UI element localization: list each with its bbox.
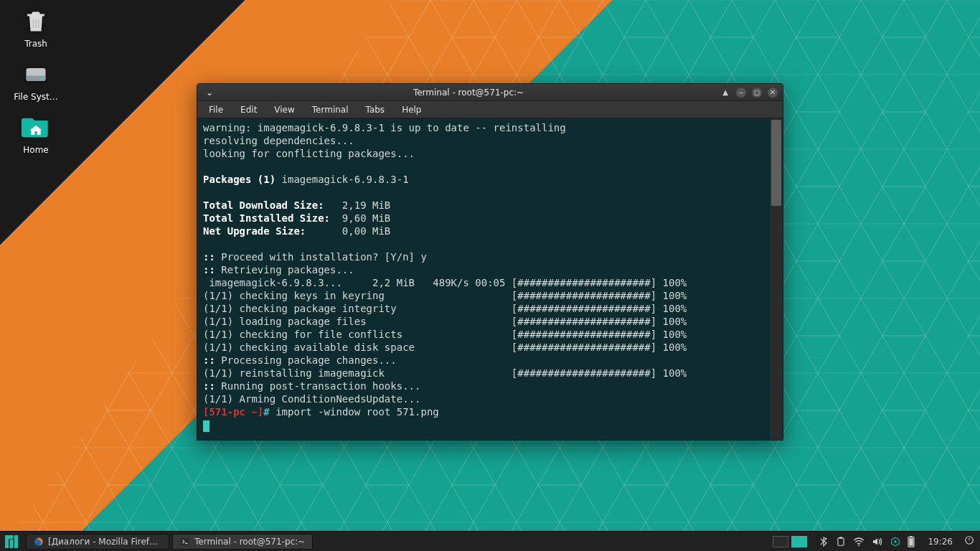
battery-icon[interactable]	[908, 536, 915, 547]
svg-rect-16	[910, 536, 913, 537]
session-button[interactable]	[958, 535, 980, 547]
trash-icon	[19, 7, 53, 36]
firefox-icon	[34, 537, 44, 547]
drive-icon	[19, 60, 53, 89]
volume-icon[interactable]	[872, 537, 883, 547]
titlebar[interactable]: ⌄ Terminal - root@571-pc:~ ▲ ‒ ◻ ✕	[197, 84, 783, 101]
menu-file[interactable]: File	[202, 103, 230, 116]
workspace-2[interactable]	[791, 536, 807, 547]
wifi-icon[interactable]	[853, 537, 864, 547]
svg-rect-17	[910, 538, 914, 545]
terminal-content[interactable]: warning: imagemagick-6.9.8.3-1 is up to …	[197, 118, 783, 440]
minimize-button[interactable]: ‒	[735, 87, 747, 98]
svg-rect-12	[839, 537, 843, 538]
scrollbar-thumb[interactable]	[771, 120, 781, 206]
window-title: Terminal - root@571-pc:~	[217, 88, 720, 98]
svg-point-13	[858, 545, 859, 546]
close-button[interactable]: ✕	[767, 87, 778, 98]
task-label: [Диалоги - Mozilla Firefox]	[48, 537, 161, 547]
taskbar: [Диалоги - Mozilla Firefox] Terminal - r…	[0, 531, 980, 551]
taskbar-task-terminal[interactable]: Terminal - root@571-pc:~	[172, 534, 313, 550]
updates-icon[interactable]	[890, 537, 900, 547]
clock[interactable]: 19:26	[922, 537, 958, 547]
start-button[interactable]	[0, 532, 23, 551]
svg-point-4	[42, 77, 44, 80]
bluetooth-icon[interactable]	[819, 537, 829, 547]
workspace-switcher	[773, 536, 807, 547]
window-menu-icon[interactable]: ⌄	[202, 88, 217, 98]
home-folder-icon	[19, 113, 53, 142]
svg-rect-11	[838, 537, 844, 545]
svg-rect-6	[10, 540, 14, 548]
menu-view[interactable]: View	[267, 103, 301, 116]
svg-point-14	[895, 540, 897, 543]
desktop-icon-label: Trash	[24, 39, 47, 49]
terminal-window: ⌄ Terminal - root@571-pc:~ ▲ ‒ ◻ ✕ File …	[197, 83, 783, 441]
terminal-icon	[180, 537, 190, 547]
workspace-1[interactable]	[773, 536, 788, 547]
logout-icon	[964, 535, 974, 545]
menu-edit[interactable]: Edit	[233, 103, 264, 116]
menu-tabs[interactable]: Tabs	[359, 103, 392, 116]
shade-up-icon[interactable]: ▲	[720, 87, 731, 98]
system-tray	[765, 536, 922, 547]
maximize-button[interactable]: ◻	[751, 87, 763, 98]
menu-help[interactable]: Help	[395, 103, 428, 116]
desktop-icon-trash[interactable]: Trash	[7, 7, 65, 49]
svg-rect-7	[14, 535, 18, 548]
manjaro-logo-icon	[5, 535, 18, 548]
desktop-icons: Trash File Syst… Home	[7, 7, 65, 166]
desktop-icon-label: File Syst…	[14, 92, 58, 102]
menubar: File Edit View Terminal Tabs Help	[197, 101, 783, 118]
taskbar-task-firefox[interactable]: [Диалоги - Mozilla Firefox]	[26, 534, 169, 550]
svg-rect-8	[5, 535, 14, 539]
svg-rect-10	[181, 537, 189, 545]
task-label: Terminal - root@571-pc:~	[194, 537, 305, 547]
desktop-icon-home[interactable]: Home	[7, 113, 65, 155]
clipboard-icon[interactable]	[836, 537, 846, 547]
desktop-icon-label: Home	[23, 145, 48, 155]
menu-terminal[interactable]: Terminal	[305, 103, 356, 116]
desktop-icon-filesystem[interactable]: File Syst…	[7, 60, 65, 102]
